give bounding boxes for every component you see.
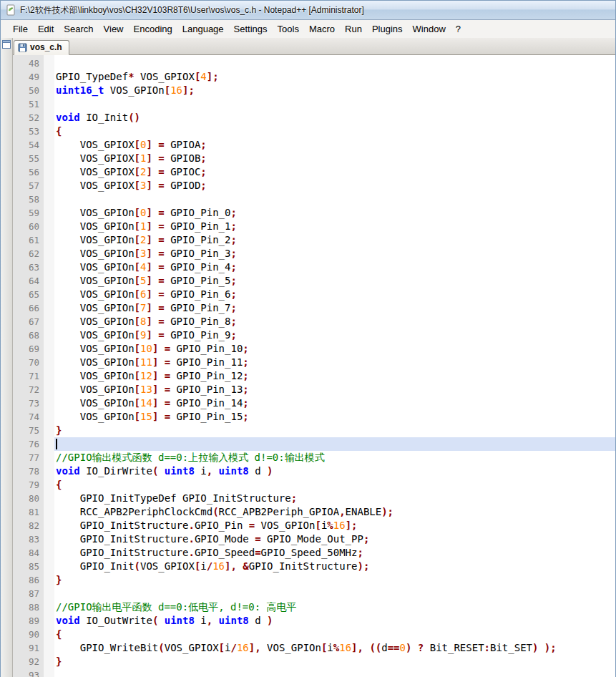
code-line-50[interactable]: uint16_t VOS_GPIOn[16]; [54, 84, 615, 97]
line-number-49[interactable]: 49 [13, 70, 39, 84]
code-line-87[interactable] [54, 587, 615, 600]
line-number-50[interactable]: 50 [13, 84, 39, 97]
line-number-85[interactable]: 85 [13, 560, 39, 573]
line-number-89[interactable]: 89 [13, 614, 39, 628]
code-line-63[interactable]: VOS_GPIOn[4] = GPIO_Pin_4; [54, 260, 615, 274]
line-number-56[interactable]: 56 [13, 165, 39, 179]
line-number-88[interactable]: 88 [13, 600, 39, 614]
tab-vos-c-h[interactable]: vos_c.h [14, 40, 69, 55]
code-line-89[interactable]: void IO_OutWrite( uint8 i, uint8 d ) [54, 614, 615, 628]
line-number-92[interactable]: 92 [13, 655, 39, 668]
line-number-74[interactable]: 74 [13, 410, 39, 424]
line-number-67[interactable]: 67 [13, 315, 39, 328]
line-number-62[interactable]: 62 [13, 247, 39, 260]
code-line-48[interactable] [54, 57, 615, 70]
line-number-84[interactable]: 84 [13, 546, 39, 560]
line-number-71[interactable]: 71 [13, 369, 39, 383]
menu-item-settings[interactable]: Settings [229, 20, 273, 38]
code-line-71[interactable]: VOS_GPIOn[12] = GPIO_Pin_12; [54, 369, 615, 383]
menu-item-macro[interactable]: Macro [304, 20, 340, 38]
code-line-78[interactable]: void IO_DirWrite( uint8 i, uint8 d ) [54, 464, 615, 478]
fold-margin[interactable] [44, 55, 54, 677]
code-line-74[interactable]: VOS_GPIOn[15] = GPIO_Pin_15; [54, 410, 615, 424]
code-line-49[interactable]: GPIO_TypeDef* VOS_GPIOX[4]; [54, 70, 615, 84]
code-line-90[interactable]: { [54, 628, 615, 641]
code-line-73[interactable]: VOS_GPIOn[14] = GPIO_Pin_14; [54, 396, 615, 410]
line-number-55[interactable]: 55 [13, 152, 39, 165]
line-number-58[interactable]: 58 [13, 193, 39, 206]
line-number-63[interactable]: 63 [13, 260, 39, 274]
code-line-77[interactable]: //GPIO输出模式函数 d==0:上拉输入模式 d!=0:输出模式 [54, 451, 615, 464]
code-line-80[interactable]: GPIO_InitTypeDef GPIO_InitStructure; [54, 492, 615, 505]
docked-panel-icon[interactable] [2, 40, 11, 49]
code-line-59[interactable]: VOS_GPIOn[0] = GPIO_Pin_0; [54, 206, 615, 220]
line-number-60[interactable]: 60 [13, 220, 39, 233]
line-number-80[interactable]: 80 [13, 492, 39, 505]
code-line-58[interactable] [54, 193, 615, 206]
line-number-66[interactable]: 66 [13, 301, 39, 315]
line-number-57[interactable]: 57 [13, 179, 39, 193]
menu-item-run[interactable]: Run [340, 20, 367, 38]
title-bar[interactable]: F:\2软件技术部\linkboy\vos\CH32V103R8T6\User\… [1, 1, 615, 20]
menu-item-search[interactable]: Search [59, 20, 98, 38]
code-line-67[interactable]: VOS_GPIOn[8] = GPIO_Pin_8; [54, 315, 615, 328]
code-line-53[interactable]: { [54, 125, 615, 138]
code-line-76[interactable] [54, 437, 615, 451]
code-line-56[interactable]: VOS_GPIOX[2] = GPIOC; [54, 165, 615, 179]
notepad-plus-plus-icon[interactable] [5, 4, 16, 16]
line-number-54[interactable]: 54 [13, 138, 39, 152]
line-number-87[interactable]: 87 [13, 587, 39, 600]
code-line-65[interactable]: VOS_GPIOn[6] = GPIO_Pin_6; [54, 288, 615, 301]
line-number-73[interactable]: 73 [13, 396, 39, 410]
code-line-92[interactable]: } [54, 655, 615, 668]
code-line-52[interactable]: void IO_Init() [54, 111, 615, 125]
line-number-81[interactable]: 81 [13, 505, 39, 519]
menu-item-window[interactable]: Window [408, 20, 451, 38]
code-line-55[interactable]: VOS_GPIOX[1] = GPIOB; [54, 152, 615, 165]
code-line-82[interactable]: GPIO_InitStructure.GPIO_Pin = VOS_GPIOn[… [54, 519, 615, 532]
code-line-60[interactable]: VOS_GPIOn[1] = GPIO_Pin_1; [54, 220, 615, 233]
menu-item-help[interactable]: ? [451, 20, 466, 38]
menu-item-plugins[interactable]: Plugins [367, 20, 408, 38]
code-line-75[interactable]: } [54, 424, 615, 437]
line-number-65[interactable]: 65 [13, 288, 39, 301]
line-number-82[interactable]: 82 [13, 519, 39, 532]
code-line-54[interactable]: VOS_GPIOX[0] = GPIOA; [54, 138, 615, 152]
line-number-77[interactable]: 77 [13, 451, 39, 464]
line-number-76[interactable]: 76 [13, 437, 39, 451]
code-line-84[interactable]: GPIO_InitStructure.GPIO_Speed=GPIO_Speed… [54, 546, 615, 560]
code-line-61[interactable]: VOS_GPIOn[2] = GPIO_Pin_2; [54, 233, 615, 247]
code-line-93[interactable] [54, 668, 615, 677]
line-number-91[interactable]: 91 [13, 641, 39, 655]
code-line-57[interactable]: VOS_GPIOX[3] = GPIOD; [54, 179, 615, 193]
menu-item-tools[interactable]: Tools [273, 20, 304, 38]
line-number-61[interactable]: 61 [13, 233, 39, 247]
line-number-75[interactable]: 75 [13, 424, 39, 437]
line-number-78[interactable]: 78 [13, 464, 39, 478]
menu-item-view[interactable]: View [99, 20, 129, 38]
line-number-69[interactable]: 69 [13, 342, 39, 356]
code-line-62[interactable]: VOS_GPIOn[3] = GPIO_Pin_3; [54, 247, 615, 260]
code-line-85[interactable]: GPIO_Init(VOS_GPIOX[i/16], &GPIO_InitStr… [54, 560, 615, 573]
line-number-90[interactable]: 90 [13, 628, 39, 641]
line-number-53[interactable]: 53 [13, 125, 39, 138]
code-line-64[interactable]: VOS_GPIOn[5] = GPIO_Pin_5; [54, 274, 615, 288]
code-line-83[interactable]: GPIO_InitStructure.GPIO_Mode = GPIO_Mode… [54, 532, 615, 546]
code-line-86[interactable]: } [54, 573, 615, 587]
line-number-86[interactable]: 86 [13, 573, 39, 587]
code-line-72[interactable]: VOS_GPIOn[13] = GPIO_Pin_13; [54, 383, 615, 396]
code-line-69[interactable]: VOS_GPIOn[10] = GPIO_Pin_10; [54, 342, 615, 356]
line-number-83[interactable]: 83 [13, 532, 39, 546]
code-line-66[interactable]: VOS_GPIOn[7] = GPIO_Pin_7; [54, 301, 615, 315]
line-number-68[interactable]: 68 [13, 328, 39, 342]
line-number-59[interactable]: 59 [13, 206, 39, 220]
line-number-51[interactable]: 51 [13, 97, 39, 111]
line-number-93[interactable]: 93 [13, 668, 39, 677]
code-line-91[interactable]: GPIO_WriteBit(VOS_GPIOX[i/16], VOS_GPIOn… [54, 641, 615, 655]
menu-item-edit[interactable]: Edit [33, 20, 59, 38]
menu-item-language[interactable]: Language [177, 20, 229, 38]
code-line-51[interactable] [54, 97, 615, 111]
line-number-52[interactable]: 52 [13, 111, 39, 125]
code-line-88[interactable]: //GPIO输出电平函数 d==0:低电平, d!=0: 高电平 [54, 600, 615, 614]
code-line-70[interactable]: VOS_GPIOn[11] = GPIO_Pin_11; [54, 356, 615, 369]
